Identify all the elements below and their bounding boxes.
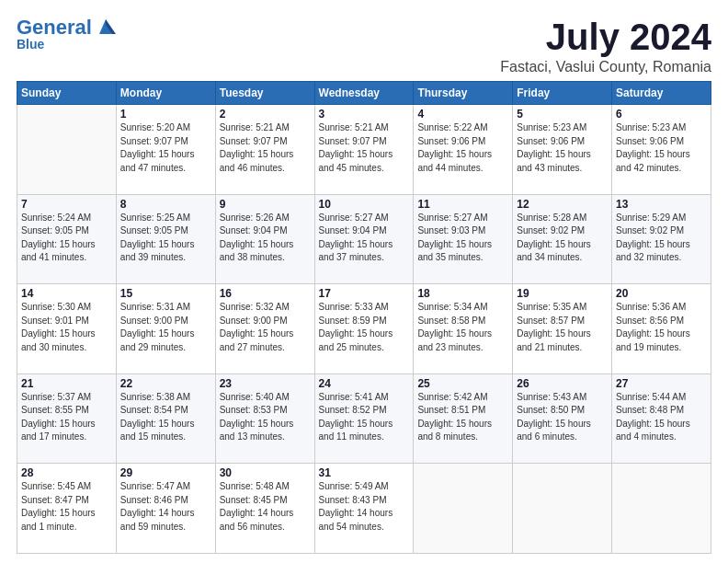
weekday-header: Monday xyxy=(116,82,215,105)
calendar-cell: 10Sunrise: 5:27 AM Sunset: 9:04 PM Dayli… xyxy=(314,194,414,284)
weekday-header: Friday xyxy=(513,82,612,105)
day-info: Sunrise: 5:22 AM Sunset: 9:06 PM Dayligh… xyxy=(417,121,508,175)
day-info: Sunrise: 5:47 AM Sunset: 8:46 PM Dayligh… xyxy=(120,480,211,534)
day-info: Sunrise: 5:29 AM Sunset: 9:02 PM Dayligh… xyxy=(616,212,707,265)
day-number: 24 xyxy=(319,377,410,390)
day-info: Sunrise: 5:27 AM Sunset: 9:03 PM Dayligh… xyxy=(417,212,508,265)
day-number: 22 xyxy=(120,377,211,390)
day-info: Sunrise: 5:30 AM Sunset: 9:01 PM Dayligh… xyxy=(21,301,112,354)
day-info: Sunrise: 5:21 AM Sunset: 9:07 PM Dayligh… xyxy=(220,121,311,175)
day-number: 17 xyxy=(319,287,410,300)
calendar-cell: 2Sunrise: 5:21 AM Sunset: 9:07 PM Daylig… xyxy=(215,105,314,195)
calendar-cell: 18Sunrise: 5:34 AM Sunset: 8:58 PM Dayli… xyxy=(414,284,513,374)
calendar-cell: 4Sunrise: 5:22 AM Sunset: 9:06 PM Daylig… xyxy=(414,105,513,195)
day-info: Sunrise: 5:20 AM Sunset: 9:07 PM Dayligh… xyxy=(120,121,211,175)
day-info: Sunrise: 5:38 AM Sunset: 8:54 PM Dayligh… xyxy=(120,391,211,444)
day-info: Sunrise: 5:37 AM Sunset: 8:55 PM Dayligh… xyxy=(21,391,112,444)
day-number: 5 xyxy=(517,108,608,121)
day-info: Sunrise: 5:28 AM Sunset: 9:02 PM Dayligh… xyxy=(517,212,608,265)
calendar-cell xyxy=(414,464,513,554)
calendar-cell: 7Sunrise: 5:24 AM Sunset: 9:05 PM Daylig… xyxy=(17,194,117,284)
day-info: Sunrise: 5:40 AM Sunset: 8:53 PM Dayligh… xyxy=(220,391,311,444)
calendar-cell: 20Sunrise: 5:36 AM Sunset: 8:56 PM Dayli… xyxy=(612,284,711,374)
calendar-header-row: SundayMondayTuesdayWednesdayThursdayFrid… xyxy=(17,82,711,105)
day-info: Sunrise: 5:43 AM Sunset: 8:50 PM Dayligh… xyxy=(517,391,608,444)
calendar-cell: 22Sunrise: 5:38 AM Sunset: 8:54 PM Dayli… xyxy=(116,373,215,464)
day-number: 3 xyxy=(319,108,410,121)
calendar-week-row: 7Sunrise: 5:24 AM Sunset: 9:05 PM Daylig… xyxy=(17,194,711,284)
day-number: 1 xyxy=(120,108,211,121)
day-number: 18 xyxy=(417,287,508,300)
calendar-cell xyxy=(17,105,117,195)
day-info: Sunrise: 5:26 AM Sunset: 9:04 PM Dayligh… xyxy=(220,212,311,265)
logo-general: General xyxy=(17,17,92,39)
weekday-header: Saturday xyxy=(612,82,711,105)
day-number: 16 xyxy=(220,287,311,300)
weekday-header: Thursday xyxy=(414,82,513,105)
calendar-week-row: 21Sunrise: 5:37 AM Sunset: 8:55 PM Dayli… xyxy=(17,373,711,464)
calendar-cell: 26Sunrise: 5:43 AM Sunset: 8:50 PM Dayli… xyxy=(513,373,612,464)
day-info: Sunrise: 5:42 AM Sunset: 8:51 PM Dayligh… xyxy=(417,391,508,444)
day-number: 6 xyxy=(616,108,707,121)
location: Fastaci, Vaslui County, Romania xyxy=(500,59,711,75)
day-number: 10 xyxy=(319,198,410,211)
weekday-header: Wednesday xyxy=(314,82,414,105)
day-number: 8 xyxy=(120,198,211,211)
day-number: 19 xyxy=(517,287,608,300)
logo-blue: Blue xyxy=(17,37,44,52)
calendar-cell: 17Sunrise: 5:33 AM Sunset: 8:59 PM Dayli… xyxy=(314,284,414,374)
calendar-cell: 19Sunrise: 5:35 AM Sunset: 8:57 PM Dayli… xyxy=(513,284,612,374)
day-info: Sunrise: 5:27 AM Sunset: 9:04 PM Dayligh… xyxy=(319,212,410,265)
weekday-header: Tuesday xyxy=(215,82,314,105)
day-number: 30 xyxy=(220,466,311,479)
day-number: 14 xyxy=(21,287,112,300)
day-info: Sunrise: 5:33 AM Sunset: 8:59 PM Dayligh… xyxy=(319,301,410,354)
calendar-cell xyxy=(612,464,711,554)
calendar-week-row: 28Sunrise: 5:45 AM Sunset: 8:47 PM Dayli… xyxy=(17,464,711,554)
calendar-cell: 25Sunrise: 5:42 AM Sunset: 8:51 PM Dayli… xyxy=(414,373,513,464)
day-number: 26 xyxy=(517,377,608,390)
day-number: 7 xyxy=(21,198,112,211)
day-number: 15 xyxy=(120,287,211,300)
calendar-cell: 27Sunrise: 5:44 AM Sunset: 8:48 PM Dayli… xyxy=(612,373,711,464)
calendar-cell: 31Sunrise: 5:49 AM Sunset: 8:43 PM Dayli… xyxy=(314,464,414,554)
day-number: 9 xyxy=(220,198,311,211)
header: General Blue July 2024 Fastaci, Vaslui C… xyxy=(17,17,711,75)
calendar-cell: 28Sunrise: 5:45 AM Sunset: 8:47 PM Dayli… xyxy=(17,464,117,554)
day-info: Sunrise: 5:21 AM Sunset: 9:07 PM Dayligh… xyxy=(319,121,410,175)
logo: General Blue xyxy=(17,17,116,52)
day-info: Sunrise: 5:48 AM Sunset: 8:45 PM Dayligh… xyxy=(220,480,311,534)
weekday-header: Sunday xyxy=(17,82,117,105)
calendar-cell: 23Sunrise: 5:40 AM Sunset: 8:53 PM Dayli… xyxy=(215,373,314,464)
title-block: July 2024 Fastaci, Vaslui County, Romani… xyxy=(500,17,711,75)
calendar-week-row: 14Sunrise: 5:30 AM Sunset: 9:01 PM Dayli… xyxy=(17,284,711,374)
calendar-cell: 6Sunrise: 5:23 AM Sunset: 9:06 PM Daylig… xyxy=(612,105,711,195)
day-info: Sunrise: 5:45 AM Sunset: 8:47 PM Dayligh… xyxy=(21,480,112,534)
calendar-cell xyxy=(513,464,612,554)
calendar-cell: 8Sunrise: 5:25 AM Sunset: 9:05 PM Daylig… xyxy=(116,194,215,284)
day-info: Sunrise: 5:36 AM Sunset: 8:56 PM Dayligh… xyxy=(616,301,707,354)
day-number: 13 xyxy=(616,198,707,211)
day-info: Sunrise: 5:24 AM Sunset: 9:05 PM Dayligh… xyxy=(21,212,112,265)
day-info: Sunrise: 5:32 AM Sunset: 9:00 PM Dayligh… xyxy=(220,301,311,354)
calendar-cell: 12Sunrise: 5:28 AM Sunset: 9:02 PM Dayli… xyxy=(513,194,612,284)
day-number: 23 xyxy=(220,377,311,390)
calendar-cell: 15Sunrise: 5:31 AM Sunset: 9:00 PM Dayli… xyxy=(116,284,215,374)
day-number: 2 xyxy=(220,108,311,121)
calendar-cell: 9Sunrise: 5:26 AM Sunset: 9:04 PM Daylig… xyxy=(215,194,314,284)
calendar-cell: 24Sunrise: 5:41 AM Sunset: 8:52 PM Dayli… xyxy=(314,373,414,464)
logo-icon xyxy=(96,17,116,34)
calendar-cell: 21Sunrise: 5:37 AM Sunset: 8:55 PM Dayli… xyxy=(17,373,117,464)
day-number: 27 xyxy=(616,377,707,390)
day-info: Sunrise: 5:23 AM Sunset: 9:06 PM Dayligh… xyxy=(616,121,707,175)
day-number: 25 xyxy=(417,377,508,390)
day-number: 11 xyxy=(417,198,508,211)
day-info: Sunrise: 5:41 AM Sunset: 8:52 PM Dayligh… xyxy=(319,391,410,444)
page: General Blue July 2024 Fastaci, Vaslui C… xyxy=(0,0,728,563)
day-info: Sunrise: 5:31 AM Sunset: 9:00 PM Dayligh… xyxy=(120,301,211,354)
day-info: Sunrise: 5:25 AM Sunset: 9:05 PM Dayligh… xyxy=(120,212,211,265)
day-number: 20 xyxy=(616,287,707,300)
day-number: 21 xyxy=(21,377,112,390)
calendar-cell: 11Sunrise: 5:27 AM Sunset: 9:03 PM Dayli… xyxy=(414,194,513,284)
calendar-cell: 3Sunrise: 5:21 AM Sunset: 9:07 PM Daylig… xyxy=(314,105,414,195)
